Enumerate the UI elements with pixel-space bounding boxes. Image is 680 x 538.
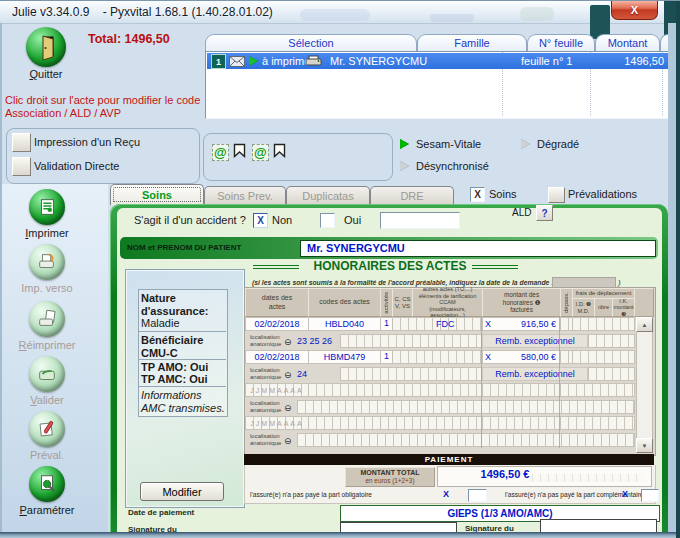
act-code-cell[interactable]: HBMD479 (308, 350, 381, 364)
col-header-id-md: I.D. ❷ M.D. (572, 298, 595, 317)
parametrer-button[interactable] (29, 466, 65, 502)
tab-duplicatas[interactable]: Duplicatas (286, 186, 370, 205)
loc-comb-strip (297, 400, 635, 414)
col-header-dates: dates des actes (245, 288, 309, 317)
column-header-montant[interactable]: Montant (595, 34, 660, 51)
insurance-beneficiaire: Bénéficiaire CMU-C (141, 334, 225, 359)
payment-date-label: Date de paiement (128, 508, 194, 517)
act-date-cell[interactable]: 02/02/2018 (245, 317, 309, 331)
insurance-divider (138, 386, 226, 387)
invoice-list[interactable]: 1 à imprimer Mr. SYNERGYCMU feuille n° 1… (205, 51, 676, 119)
minus-circle-icon[interactable]: ⊖ (284, 337, 292, 347)
at-icon[interactable]: @ (212, 144, 229, 161)
oblig-mark: X (443, 489, 449, 499)
row-patient: Mr. SYNERGYCMU (330, 55, 427, 67)
quit-label: Quitter (18, 68, 74, 80)
col-header-text: honoraires ❶ (503, 299, 541, 306)
application-window: Julie v3.34.0.9 - Pyxvital 1.68.1 (1.40.… (0, 0, 680, 538)
act-date-cell[interactable]: JJMMAAAA (245, 416, 309, 430)
ald-label: ALD (512, 207, 531, 218)
bookmark-icon[interactable] (273, 143, 286, 158)
reimprimer-button[interactable] (29, 301, 65, 337)
row-amount: 1496,50 (602, 55, 664, 67)
act-frais-cell[interactable] (560, 416, 635, 430)
imp-verso-button[interactable] (29, 244, 65, 280)
soins-checkbox[interactable]: X (470, 187, 485, 202)
scroll-down-button[interactable]: ▼ (636, 438, 653, 453)
act-montant-value: 580,00 € (482, 352, 556, 362)
degrade-indicator (521, 139, 530, 149)
col-header-text: C, CS (394, 296, 410, 303)
minus-circle-icon[interactable]: ⊖ (284, 436, 292, 446)
col-header-montant: montant des honoraires ❶ facturés (482, 288, 561, 317)
loc-label: localisation anatomique (250, 433, 284, 446)
window-left-border (0, 23, 2, 538)
close-button[interactable]: X (611, 1, 658, 20)
tab-dre[interactable]: DRE (370, 186, 454, 205)
invoice-row[interactable]: 1 à imprimer Mr. SYNERGYCMU feuille n° 1… (207, 53, 673, 69)
accident-date-input[interactable] (380, 212, 460, 229)
table-scrollbar[interactable] (636, 317, 653, 453)
imprimer-button[interactable] (29, 189, 65, 225)
desynchronise-label: Désynchronisé (416, 160, 489, 172)
act-frais-cell[interactable] (572, 317, 635, 331)
loc-comb-strip (340, 367, 482, 381)
tab-soins-prev[interactable]: Soins Prev. (204, 186, 286, 205)
accident-yes-checkbox[interactable] (320, 213, 335, 228)
act-date-cell[interactable]: JJMMAAAA (245, 383, 309, 397)
insurance-tp-amo: TP AMO: Oui (141, 361, 225, 373)
column-header-famille[interactable]: Famille (417, 34, 527, 51)
glass-reflection (520, 7, 554, 21)
column-header-selection[interactable]: Sélection (205, 34, 417, 51)
close-icon: X (631, 4, 638, 16)
act-code-cell[interactable] (308, 416, 381, 430)
col-header-c-cs: C, CS V, VS (392, 288, 413, 317)
insurance-divider (138, 331, 226, 332)
act-code-cell[interactable]: HBLD040 (308, 317, 381, 331)
bookmark-icon[interactable] (233, 143, 246, 158)
print-receipt-checkbox[interactable] (12, 133, 31, 152)
remb-strip: Remb. exceptionnel (482, 367, 588, 381)
act-code-cell[interactable] (308, 383, 381, 397)
patient-name-input[interactable]: Mr. SYNERGYCMU (300, 240, 656, 257)
minus-circle-icon[interactable]: ⊖ (284, 403, 292, 413)
quit-button[interactable] (26, 27, 66, 67)
scroll-up-button[interactable]: ▲ (636, 317, 653, 332)
act-montant-cell[interactable] (482, 416, 561, 430)
window-right-border (668, 23, 676, 538)
act-frais-cell[interactable] (560, 383, 635, 397)
row-sheet: feuille n° 1 (521, 55, 573, 67)
soins-checkbox-label: Soins (489, 188, 517, 200)
accident-no-label: Non (272, 214, 292, 226)
insurance-tp-amc: TP AMC: Oui (141, 373, 225, 385)
column-header-feuille[interactable]: N° feuille (527, 34, 595, 51)
tab-soins[interactable]: Soins (110, 184, 204, 205)
act-montant-value: 916,50 € (482, 319, 556, 329)
preval-button[interactable] (29, 411, 65, 447)
accident-question: S'agit il d'un accident ? (134, 214, 246, 226)
act-cell[interactable] (380, 416, 483, 430)
accident-no-checkbox[interactable]: X (253, 213, 268, 228)
direct-validation-checkbox[interactable] (12, 157, 31, 176)
act-frais-cell[interactable] (572, 350, 635, 364)
col-header-ik: I.K. montant ❸ (612, 298, 635, 317)
act-cell[interactable] (380, 383, 483, 397)
oblig-checkbox[interactable] (468, 489, 487, 502)
act-autres-cell[interactable] (392, 350, 483, 364)
at-icon[interactable]: @ (252, 144, 269, 161)
patient-label: NOM et PRENOM DU PATIENT (127, 243, 241, 252)
valider-button[interactable] (29, 356, 65, 392)
modifier-button[interactable]: Modifier (140, 482, 224, 501)
loc-value[interactable]: 23 25 26 (297, 336, 332, 346)
act-date-cell[interactable]: 02/02/2018 (245, 350, 309, 364)
col-header-codes: codes des actes (308, 288, 381, 317)
ald-help-button[interactable]: ? (536, 205, 553, 221)
prevalidations-checkbox[interactable] (548, 187, 565, 203)
act-autres-value: FDC (436, 319, 455, 329)
minus-circle-icon[interactable]: ⊖ (284, 370, 292, 380)
insurance-divider (138, 359, 226, 360)
compl-checkbox[interactable] (641, 489, 659, 502)
act-montant-cell[interactable] (482, 383, 561, 397)
telematics-icon-box (203, 133, 393, 181)
loc-value[interactable]: 24 (297, 369, 307, 379)
